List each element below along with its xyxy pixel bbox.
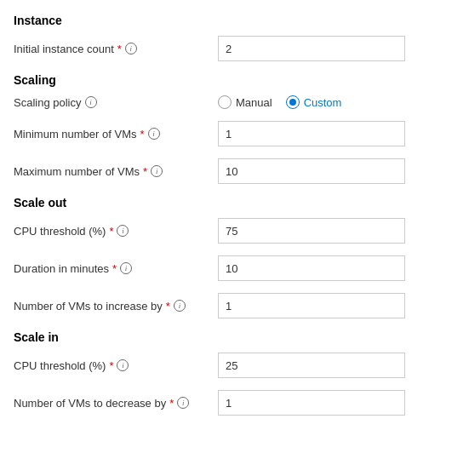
max-vms-text: Maximum number of VMs bbox=[14, 165, 140, 178]
vms-increase-input-wrapper bbox=[218, 293, 405, 318]
cpu-threshold-in-input-wrapper bbox=[218, 353, 405, 378]
initial-instance-count-required: * bbox=[117, 43, 122, 55]
cpu-threshold-out-label: CPU threshold (%) * i bbox=[14, 225, 218, 238]
max-vms-required: * bbox=[143, 165, 147, 178]
scaling-policy-label: Scaling policy i bbox=[14, 96, 218, 109]
vms-increase-required: * bbox=[166, 300, 170, 313]
scale-out-section-title: Scale out bbox=[14, 196, 455, 209]
scaling-policy-radio-group: Manual Custom bbox=[218, 95, 455, 109]
vms-increase-input[interactable] bbox=[218, 293, 405, 318]
min-vms-input[interactable] bbox=[218, 121, 405, 146]
vms-decrease-required: * bbox=[169, 397, 174, 410]
cpu-threshold-in-text: CPU threshold (%) bbox=[14, 359, 106, 372]
max-vms-input-wrapper bbox=[218, 158, 405, 184]
min-vms-required: * bbox=[140, 128, 144, 141]
min-vms-row: Minimum number of VMs * i bbox=[14, 121, 455, 146]
initial-instance-count-row: Initial instance count * i bbox=[14, 36, 455, 61]
scaling-policy-custom-label: Custom bbox=[304, 96, 342, 109]
scaling-policy-manual-option[interactable]: Manual bbox=[218, 95, 272, 109]
min-vms-text: Minimum number of VMs bbox=[14, 128, 136, 141]
instance-section-title: Instance bbox=[14, 14, 455, 27]
initial-instance-count-label: Initial instance count * i bbox=[14, 43, 218, 55]
cpu-threshold-out-text: CPU threshold (%) bbox=[14, 225, 106, 238]
cpu-threshold-in-info-icon[interactable]: i bbox=[117, 359, 129, 371]
vms-decrease-label: Number of VMs to decrease by * i bbox=[14, 397, 218, 410]
scaling-policy-info-icon[interactable]: i bbox=[85, 96, 97, 108]
duration-minutes-info-icon[interactable]: i bbox=[120, 262, 132, 274]
duration-minutes-input[interactable] bbox=[218, 255, 405, 281]
vms-increase-text: Number of VMs to increase by bbox=[14, 300, 163, 313]
cpu-threshold-out-row: CPU threshold (%) * i bbox=[14, 218, 455, 244]
initial-instance-count-text: Initial instance count bbox=[14, 43, 114, 55]
min-vms-info-icon[interactable]: i bbox=[148, 128, 160, 140]
duration-minutes-label: Duration in minutes * i bbox=[14, 262, 218, 275]
max-vms-input[interactable] bbox=[218, 158, 405, 184]
scale-in-section-title: Scale in bbox=[14, 330, 455, 344]
min-vms-input-wrapper bbox=[218, 121, 405, 146]
duration-minutes-row: Duration in minutes * i bbox=[14, 255, 455, 281]
scaling-policy-row: Scaling policy i Manual Custom bbox=[14, 95, 455, 109]
vms-decrease-text: Number of VMs to decrease by bbox=[14, 397, 166, 410]
cpu-threshold-out-required: * bbox=[109, 225, 113, 238]
cpu-threshold-out-info-icon[interactable]: i bbox=[117, 225, 129, 237]
max-vms-label: Maximum number of VMs * i bbox=[14, 165, 218, 178]
vms-decrease-row: Number of VMs to decrease by * i bbox=[14, 390, 455, 416]
scaling-policy-custom-option[interactable]: Custom bbox=[286, 95, 342, 109]
vms-increase-info-icon[interactable]: i bbox=[174, 300, 186, 312]
vms-decrease-input-wrapper bbox=[218, 390, 405, 416]
vms-decrease-info-icon[interactable]: i bbox=[177, 397, 189, 409]
cpu-threshold-out-input[interactable] bbox=[218, 218, 405, 244]
scaling-policy-manual-radio[interactable] bbox=[218, 95, 232, 109]
vms-increase-label: Number of VMs to increase by * i bbox=[14, 300, 218, 313]
scaling-section-title: Scaling bbox=[14, 73, 455, 87]
cpu-threshold-in-required: * bbox=[109, 359, 113, 372]
cpu-threshold-in-input[interactable] bbox=[218, 353, 405, 378]
initial-instance-count-input[interactable] bbox=[218, 36, 405, 61]
initial-instance-count-info-icon[interactable]: i bbox=[125, 43, 137, 54]
duration-minutes-required: * bbox=[112, 262, 117, 275]
scaling-policy-text: Scaling policy bbox=[14, 96, 82, 109]
scaling-policy-custom-radio[interactable] bbox=[286, 95, 300, 109]
scaling-policy-manual-label: Manual bbox=[236, 96, 272, 109]
cpu-threshold-in-row: CPU threshold (%) * i bbox=[14, 353, 455, 378]
duration-minutes-input-wrapper bbox=[218, 255, 405, 281]
min-vms-label: Minimum number of VMs * i bbox=[14, 128, 218, 141]
vms-decrease-input[interactable] bbox=[218, 390, 405, 416]
max-vms-info-icon[interactable]: i bbox=[151, 165, 163, 177]
cpu-threshold-out-input-wrapper bbox=[218, 218, 405, 244]
vms-increase-row: Number of VMs to increase by * i bbox=[14, 293, 455, 318]
max-vms-row: Maximum number of VMs * i bbox=[14, 158, 455, 184]
initial-instance-count-input-wrapper bbox=[218, 36, 405, 61]
duration-minutes-text: Duration in minutes bbox=[14, 262, 109, 275]
cpu-threshold-in-label: CPU threshold (%) * i bbox=[14, 359, 218, 372]
